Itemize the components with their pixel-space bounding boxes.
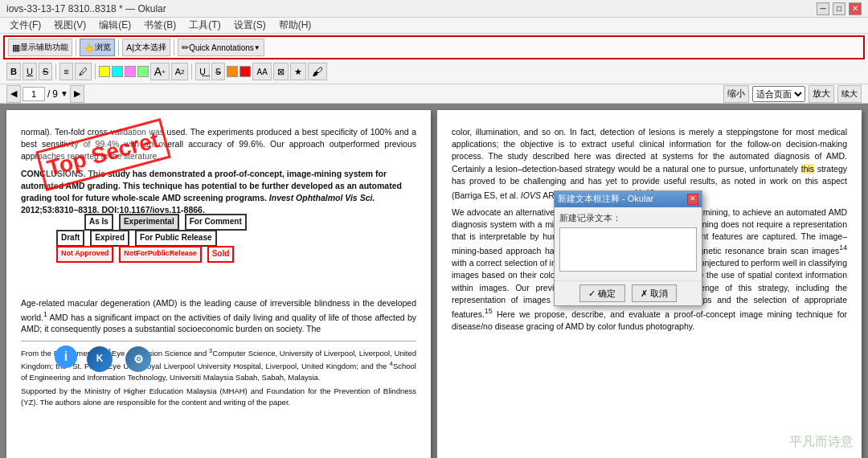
font-aa-button[interactable]: AA xyxy=(252,63,271,80)
menu-view[interactable]: 视图(V) xyxy=(47,18,92,33)
toolbar-separator-6 xyxy=(191,63,192,80)
kde-icon-bubble: K xyxy=(87,346,113,372)
toolbar-separator-5 xyxy=(95,63,96,80)
prev-page-button[interactable]: ◀ xyxy=(6,85,21,103)
color-swatch-yellow[interactable] xyxy=(99,66,110,77)
dropdown-arrow-icon: ▼ xyxy=(254,44,260,51)
zoom-controls: 缩小 适合页面 50% 75% 100% 125% 150% 放大 续大 xyxy=(723,85,862,103)
total-pages: 9 xyxy=(52,88,58,100)
toolbar-separator-2 xyxy=(118,39,119,55)
dialog-textarea[interactable] xyxy=(559,227,697,272)
color-swatch-pink[interactable] xyxy=(125,66,136,77)
nav-bar: ◀ / 9 ▼ ▶ 缩小 适合页面 50% 75% 100% 125% 150%… xyxy=(0,84,868,104)
strikethrough-button[interactable]: S xyxy=(39,63,52,80)
k-icon-bubble: ⚙ xyxy=(125,346,151,372)
dialog-body: 新建记录文本： xyxy=(555,207,702,280)
colorpicker-icon: 🖌 xyxy=(312,65,323,78)
divider xyxy=(21,341,416,341)
underline-button[interactable]: U xyxy=(23,63,37,80)
stamp-draft: Draft xyxy=(56,230,84,247)
list-button[interactable]: ≡ xyxy=(59,63,72,80)
highlight-this: this xyxy=(801,164,814,174)
menu-edit[interactable]: 编辑(E) xyxy=(92,18,137,33)
strikeout-button[interactable]: S̶ xyxy=(211,63,225,80)
sidebar-icon: ▦ xyxy=(12,43,20,53)
info-icon-bubble: i xyxy=(55,346,77,368)
stamp-as-is: As Is xyxy=(84,214,113,231)
color-swatch-green[interactable] xyxy=(137,66,149,77)
toolbar-separator-3 xyxy=(174,39,174,55)
toolbar-row2: B U S ≡ 🖊 A+ A2 U͟ S̶ AA ⊠ ★ 🖌 xyxy=(3,61,865,82)
underline2-button[interactable]: U͟ xyxy=(195,63,210,80)
toolbar-separator-4 xyxy=(55,63,56,80)
color-swatch-orange[interactable] xyxy=(227,66,238,77)
dialog-label: 新建记录文本： xyxy=(559,212,697,225)
zoom-extra-button[interactable]: 续大 xyxy=(837,85,862,103)
underline2-icon: U͟ xyxy=(199,67,206,77)
dialog-footer: ✓ 确定 ✗ 取消 xyxy=(555,280,702,305)
pencil-icon: ✏ xyxy=(182,43,189,53)
menu-bookmark[interactable]: 书签(B) xyxy=(137,18,182,33)
font-small-icon: A xyxy=(175,67,181,76)
page-number-input[interactable] xyxy=(23,87,45,101)
next-page-button[interactable]: ▶ xyxy=(70,85,84,103)
toolbar-separator-1 xyxy=(76,39,76,55)
stamp-for-comment: For Comment xyxy=(185,214,247,231)
quick-annotations-button[interactable]: ✏ Quick Annotations ▼ xyxy=(178,39,264,56)
pdf-page-left: Top Secret normal). Ten-fold cross valid… xyxy=(6,110,431,458)
star-icon: ★ xyxy=(294,67,302,77)
dialog-close-button[interactable]: ✕ xyxy=(687,194,698,205)
close-button[interactable]: ✕ xyxy=(849,2,862,15)
clear-button[interactable]: ⊠ xyxy=(273,63,289,80)
menu-help[interactable]: 帮助(H) xyxy=(272,18,318,33)
browse-icon: 👆 xyxy=(84,43,95,53)
font-size-down[interactable]: A2 xyxy=(171,63,189,80)
dialog-title-bar: 新建文本框注释 - Okular ✕ xyxy=(555,191,702,207)
star-button[interactable]: ★ xyxy=(290,63,306,80)
color-swatch-red[interactable] xyxy=(240,66,251,77)
toolbar-area: ▦ 显示辅助功能 👆 浏览 A| 文本选择 ✏ Quick Annotation… xyxy=(0,34,868,84)
stamp-sold: Sold xyxy=(207,246,235,263)
stamps-row3: Not Approved NotForPublicRelease Sold xyxy=(55,245,235,264)
menu-bar: 文件(F) 视图(V) 编辑(E) 书签(B) 工具(T) 设置(S) 帮助(H… xyxy=(0,18,868,34)
text-select-icon: A| xyxy=(126,43,134,52)
bold-button[interactable]: B xyxy=(6,63,21,80)
browse-button[interactable]: 👆 浏览 xyxy=(80,39,115,56)
highlight-icon: 🖊 xyxy=(79,67,88,76)
title-bar: iovs-33-13-17 8310..8318 * — Okular ─ □ … xyxy=(0,0,868,18)
watermark: 平凡而诗意 xyxy=(789,429,854,452)
menu-settings[interactable]: 设置(S) xyxy=(227,18,272,33)
text-select-button[interactable]: A| 文本选择 xyxy=(122,39,170,56)
pdf-paragraph-3: Age-related macular degeneration (AMD) i… xyxy=(21,297,416,336)
menu-tools[interactable]: 工具(T) xyxy=(182,18,227,33)
color-swatch-cyan[interactable] xyxy=(112,66,123,77)
list-icon: ≡ xyxy=(63,67,68,76)
font-size-up[interactable]: A+ xyxy=(150,63,170,80)
minimize-button[interactable]: ─ xyxy=(817,2,829,15)
stamp-not-public: NotForPublicRelease xyxy=(119,246,202,263)
dialog-cancel-button[interactable]: ✗ 取消 xyxy=(632,284,677,302)
font-large-icon: A xyxy=(154,65,162,78)
page-separator: / xyxy=(47,88,50,100)
zoom-select[interactable]: 适合页面 50% 75% 100% 125% 150% xyxy=(752,86,805,102)
stamp-not-approved: Not Approved xyxy=(56,246,113,263)
window-controls[interactable]: ─ □ ✕ xyxy=(817,2,862,15)
toolbar-row1: ▦ 显示辅助功能 👆 浏览 A| 文本选择 ✏ Quick Annotation… xyxy=(3,35,865,59)
maximize-button[interactable]: □ xyxy=(833,2,845,15)
stamp-expired: Expired xyxy=(90,230,129,247)
stamp-for-public: For Public Release xyxy=(135,230,216,247)
zoom-in-button[interactable]: 放大 xyxy=(809,85,834,103)
highlight-button[interactable]: 🖊 xyxy=(75,63,92,80)
page-down-icon: ▼ xyxy=(60,89,68,98)
window-title: iovs-33-13-17 8310..8318 * — Okular xyxy=(6,3,166,14)
main-area: Top Secret normal). Ten-fold cross valid… xyxy=(0,104,868,458)
zoom-out-button[interactable]: 缩小 xyxy=(723,85,749,103)
pdf-page-right: color, illumination, and so on. In fact,… xyxy=(437,110,862,458)
new-annotation-dialog[interactable]: 新建文本框注释 - Okular ✕ 新建记录文本： ✓ 确定 ✗ 取消 xyxy=(554,190,702,306)
dialog-title: 新建文本框注释 - Okular xyxy=(558,193,653,206)
clear-icon: ⊠ xyxy=(277,67,285,77)
show-sidebar-button[interactable]: ▦ 显示辅助功能 xyxy=(8,39,72,56)
menu-file[interactable]: 文件(F) xyxy=(3,18,47,33)
color-picker-button[interactable]: 🖌 xyxy=(308,63,327,80)
dialog-ok-button[interactable]: ✓ 确定 xyxy=(579,284,624,302)
